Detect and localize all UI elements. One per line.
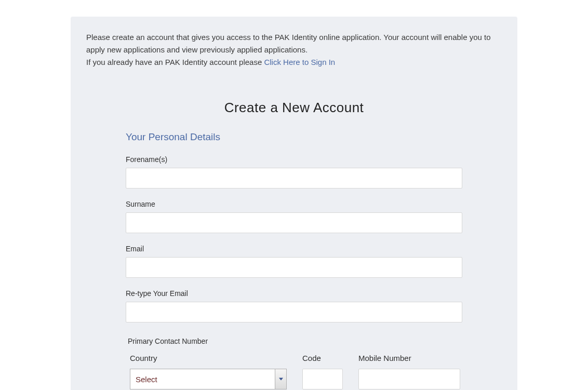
section-title: Your Personal Details — [126, 131, 462, 143]
forename-label: Forename(s) — [126, 155, 462, 164]
code-input[interactable] — [302, 369, 343, 389]
country-label: Country — [130, 354, 287, 362]
email-label: Email — [126, 245, 462, 253]
surname-field: Surname — [126, 200, 462, 233]
country-column: Country Select — [130, 354, 287, 389]
signin-link[interactable]: Click Here to Sign In — [264, 58, 335, 66]
surname-label: Surname — [126, 200, 462, 208]
code-label: Code — [302, 354, 343, 362]
mobile-column: Mobile Number — [358, 354, 460, 389]
surname-input[interactable] — [126, 212, 462, 233]
registration-panel: Please create an account that gives you … — [71, 17, 517, 390]
email-field: Email — [126, 245, 462, 278]
retype-email-field: Re-type Your Email — [126, 289, 462, 322]
intro-line2-prefix: If you already have an PAK Identity acco… — [86, 58, 264, 66]
phone-row: Country Select Code Mobile Number — [126, 354, 462, 389]
country-selected-text: Select — [130, 375, 275, 384]
primary-contact-heading: Primary Contact Number — [128, 337, 462, 345]
intro-line1: Please create an account that gives you … — [86, 33, 491, 54]
retype-email-label: Re-type Your Email — [126, 289, 462, 298]
retype-email-input[interactable] — [126, 302, 462, 322]
mobile-label: Mobile Number — [358, 354, 460, 362]
country-select[interactable]: Select — [130, 369, 287, 389]
email-input[interactable] — [126, 257, 462, 278]
code-column: Code — [302, 354, 343, 389]
chevron-down-icon — [275, 369, 286, 389]
mobile-input[interactable] — [358, 369, 460, 389]
page-title: Create a New Account — [126, 100, 462, 116]
intro-text: Please create an account that gives you … — [86, 31, 502, 69]
forename-field: Forename(s) — [126, 155, 462, 189]
forename-input[interactable] — [126, 168, 462, 189]
form-area: Create a New Account Your Personal Detai… — [126, 100, 462, 390]
